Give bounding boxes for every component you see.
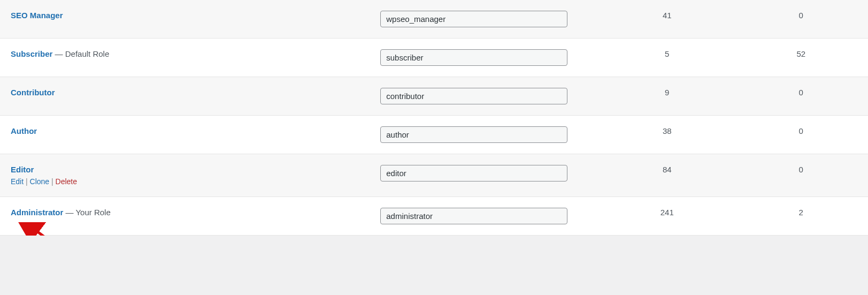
table-row: Administrator — Your Role2412 xyxy=(0,197,868,236)
role-suffix: — Default Role xyxy=(52,49,109,58)
slug-input[interactable] xyxy=(380,165,567,181)
count-2: 0 xyxy=(799,11,803,20)
count-2: 0 xyxy=(799,165,803,174)
count-2: 2 xyxy=(799,208,803,217)
sep: | xyxy=(24,177,29,186)
table-row: Contributor90 xyxy=(0,77,868,116)
slug-input[interactable] xyxy=(380,49,567,66)
count-2: 52 xyxy=(796,49,805,58)
table-row: Author380 xyxy=(0,116,868,154)
clone-link[interactable]: Clone xyxy=(30,177,50,186)
role-suffix: — Your Role xyxy=(63,208,110,217)
role-link[interactable]: Contributor xyxy=(11,88,55,97)
role-link[interactable]: Author xyxy=(11,126,37,135)
count-1: 84 xyxy=(663,165,672,174)
count-1: 38 xyxy=(663,126,672,135)
count-2: 0 xyxy=(799,88,803,97)
sep: | xyxy=(49,177,55,186)
role-link[interactable]: SEO Manager xyxy=(11,11,63,20)
count-1: 41 xyxy=(663,11,672,20)
table-row: EditorEdit | Clone | Delete840 xyxy=(0,154,868,197)
slug-input[interactable] xyxy=(380,208,567,224)
slug-input[interactable] xyxy=(380,11,567,27)
count-1: 241 xyxy=(660,208,674,217)
count-2: 0 xyxy=(799,126,803,135)
row-actions: Edit | Clone | Delete xyxy=(11,177,370,186)
delete-link[interactable]: Delete xyxy=(56,177,77,186)
count-1: 9 xyxy=(665,88,669,97)
table-row: SEO Manager410 xyxy=(0,0,868,39)
role-link[interactable]: Subscriber xyxy=(11,49,52,58)
count-1: 5 xyxy=(665,49,669,58)
edit-link[interactable]: Edit xyxy=(11,177,24,186)
role-link[interactable]: Administrator xyxy=(11,208,63,217)
table-row: Subscriber — Default Role552 xyxy=(0,39,868,77)
slug-input[interactable] xyxy=(380,126,567,143)
role-link[interactable]: Editor xyxy=(11,165,34,174)
roles-table: SEO Manager410Subscriber — Default Role5… xyxy=(0,0,868,236)
slug-input[interactable] xyxy=(380,88,567,104)
